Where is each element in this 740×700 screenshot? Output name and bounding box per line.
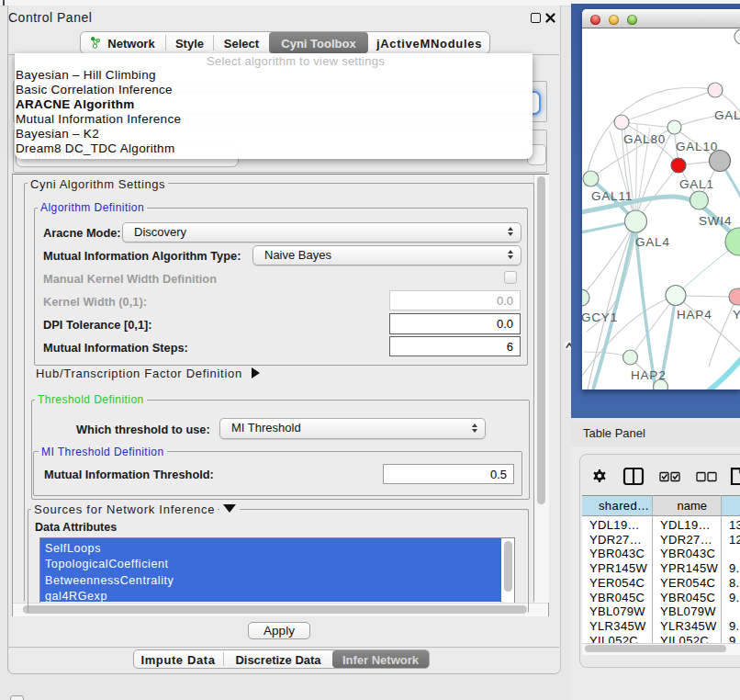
svg-text:HAP4: HAP4 — [677, 308, 712, 322]
svg-text:GCY1: GCY1 — [582, 310, 618, 324]
svg-text:GAL80: GAL80 — [623, 132, 666, 146]
svg-text:HAP2: HAP2 — [631, 368, 666, 382]
svg-text:SWI4: SWI4 — [699, 214, 732, 228]
svg-text:GAL1: GAL1 — [679, 177, 714, 191]
svg-text:GAL4: GAL4 — [635, 235, 670, 249]
svg-text:GAL7: GAL7 — [714, 108, 740, 122]
svg-text:GAL10: GAL10 — [676, 140, 718, 153]
svg-text:Y: Y — [733, 308, 740, 322]
svg-text:GAL11: GAL11 — [591, 189, 633, 203]
